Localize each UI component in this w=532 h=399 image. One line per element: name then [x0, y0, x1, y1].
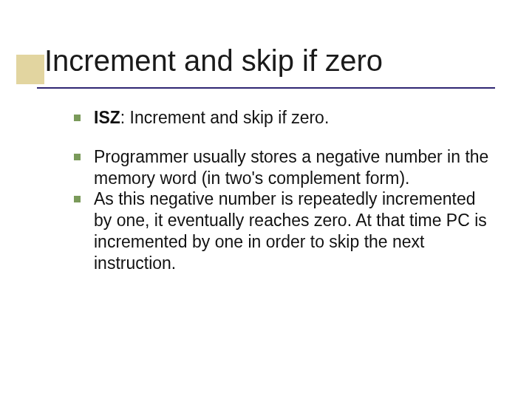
- title-underline: [37, 87, 495, 89]
- square-bullet-icon: [74, 154, 81, 160]
- list-item: ISZ: Increment and skip if zero.: [74, 107, 495, 129]
- list-item: As this negative number is repeatedly in…: [74, 188, 495, 273]
- slide-title: Increment and skip if zero: [44, 44, 502, 78]
- bullet-text: Programmer usually stores a negative num…: [94, 146, 495, 189]
- list-item: Programmer usually stores a negative num…: [74, 146, 495, 189]
- square-bullet-icon: [74, 196, 81, 202]
- mnemonic: ISZ: [94, 108, 120, 127]
- slide-content: ISZ: Increment and skip if zero. Program…: [74, 107, 495, 291]
- bullet-text: As this negative number is repeatedly in…: [94, 188, 495, 273]
- bullet-text: ISZ: Increment and skip if zero.: [94, 107, 495, 129]
- title-accent-box: [16, 55, 44, 84]
- slide: Increment and skip if zero ISZ: Incremen…: [0, 0, 532, 399]
- bullet-rest: : Increment and skip if zero.: [120, 108, 330, 127]
- square-bullet-icon: [74, 115, 81, 121]
